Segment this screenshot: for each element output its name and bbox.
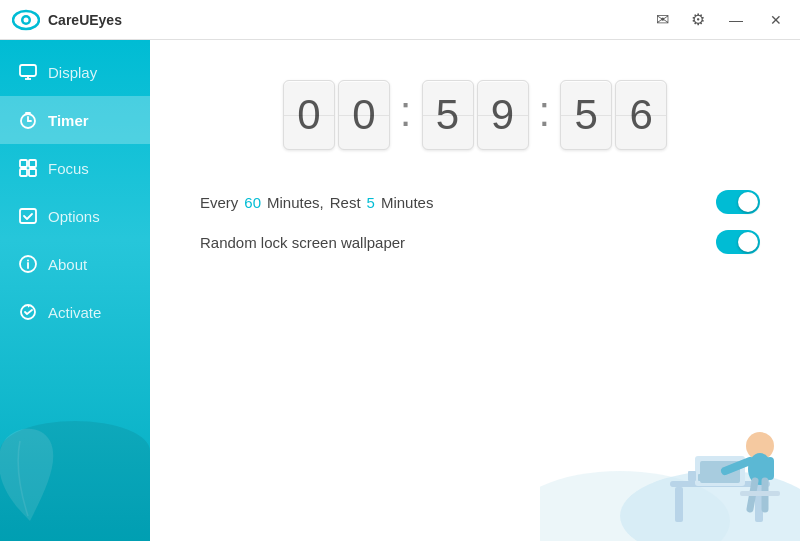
- work-minutes-link[interactable]: 60: [244, 194, 261, 211]
- focus-label: Focus: [48, 160, 89, 177]
- window-controls: ✉ ⚙ — ✕: [652, 8, 788, 32]
- svg-rect-14: [20, 209, 36, 223]
- sidebar-item-activate[interactable]: Activate: [0, 288, 150, 336]
- svg-rect-3: [20, 65, 36, 76]
- minutes-label: Minutes,: [267, 194, 324, 211]
- sidebar-item-focus[interactable]: Focus: [0, 144, 150, 192]
- work-rest-toggle[interactable]: [716, 190, 760, 214]
- about-label: About: [48, 256, 87, 273]
- min-ones: 9: [477, 80, 529, 150]
- hour-tens: 0: [283, 80, 335, 150]
- activate-label: Activate: [48, 304, 101, 321]
- settings-icon[interactable]: ⚙: [688, 10, 708, 30]
- svg-rect-11: [29, 160, 36, 167]
- titlebar: CareUEyes ✉ ⚙ — ✕: [0, 0, 800, 40]
- close-button[interactable]: ✕: [764, 8, 788, 32]
- timer-display: 0 0 : 5 9 : 5 6: [283, 80, 667, 150]
- svg-rect-13: [29, 169, 36, 176]
- app-logo-icon: [12, 6, 40, 34]
- svg-rect-33: [688, 471, 696, 481]
- svg-point-18: [21, 305, 35, 319]
- wallpaper-toggle[interactable]: [716, 230, 760, 254]
- main-layout: Display Timer: [0, 40, 800, 541]
- seconds-group: 5 6: [560, 80, 667, 150]
- email-icon[interactable]: ✉: [652, 10, 672, 30]
- app-title: CareUEyes: [48, 12, 652, 28]
- min-tens: 5: [422, 80, 474, 150]
- sec-tens: 5: [560, 80, 612, 150]
- svg-rect-22: [675, 487, 683, 522]
- options-icon: [18, 206, 38, 226]
- svg-point-17: [27, 260, 29, 262]
- sidebar-item-about[interactable]: About: [0, 240, 150, 288]
- hour-ones: 0: [338, 80, 390, 150]
- timer-icon: [18, 110, 38, 130]
- svg-point-2: [24, 17, 29, 22]
- sidebar-item-options[interactable]: Options: [0, 192, 150, 240]
- sidebar-item-display[interactable]: Display: [0, 48, 150, 96]
- sec-ones: 6: [615, 80, 667, 150]
- about-icon: [18, 254, 38, 274]
- decorative-leaf: [0, 421, 70, 521]
- svg-rect-34: [698, 474, 704, 481]
- work-rest-row: Every 60 Minutes, Rest 5 Minutes: [200, 190, 760, 214]
- wallpaper-label: Random lock screen wallpaper: [200, 234, 405, 251]
- svg-rect-32: [740, 491, 780, 496]
- hours-group: 0 0: [283, 80, 390, 150]
- svg-rect-10: [20, 160, 27, 167]
- minutes-group: 5 9: [422, 80, 529, 150]
- timer-settings: Every 60 Minutes, Rest 5 Minutes Random …: [190, 190, 760, 254]
- rest-minutes-link[interactable]: 5: [367, 194, 375, 211]
- options-label: Options: [48, 208, 100, 225]
- colon-2: :: [533, 88, 557, 136]
- wallpaper-row: Random lock screen wallpaper: [200, 230, 760, 254]
- display-icon: [18, 62, 38, 82]
- sidebar-item-timer[interactable]: Timer: [0, 96, 150, 144]
- activate-icon: [18, 302, 38, 322]
- svg-rect-12: [20, 169, 27, 176]
- rest-label: Rest: [330, 194, 361, 211]
- sidebar: Display Timer: [0, 40, 150, 541]
- content-area: 0 0 : 5 9 : 5 6 Every 60 Minutes, Rest 5: [150, 40, 800, 541]
- display-label: Display: [48, 64, 97, 81]
- decorative-illustration: [540, 361, 800, 541]
- timer-label: Timer: [48, 112, 89, 129]
- minutes-label2: Minutes: [381, 194, 434, 211]
- every-label: Every: [200, 194, 238, 211]
- focus-icon: [18, 158, 38, 178]
- minimize-button[interactable]: —: [724, 8, 748, 32]
- colon-1: :: [394, 88, 418, 136]
